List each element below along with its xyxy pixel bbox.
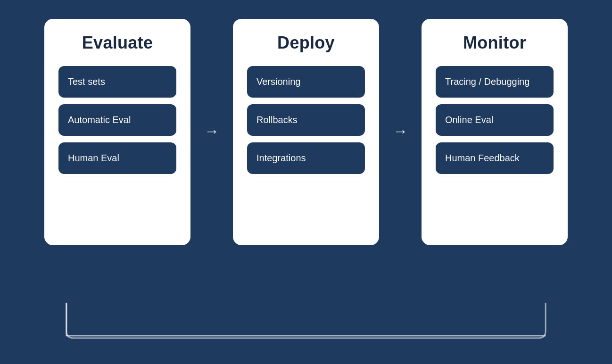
deploy-card: Deploy Versioning Rollbacks Integrations xyxy=(233,19,379,245)
arrow-2: → xyxy=(379,19,422,140)
evaluate-items: Test sets Automatic Eval Human Eval xyxy=(58,66,176,174)
evaluate-card: Evaluate Test sets Automatic Eval Human … xyxy=(44,19,190,245)
arrow-2-symbol: → xyxy=(393,123,408,140)
arrow-1-symbol: → xyxy=(204,123,219,140)
arrow-1: → xyxy=(190,19,233,140)
feedback-loop xyxy=(42,303,570,350)
deploy-items: Versioning Rollbacks Integrations xyxy=(247,66,365,174)
tracing-debugging-item[interactable]: Tracing / Debugging xyxy=(436,66,554,98)
test-sets-item[interactable]: Test sets xyxy=(58,66,176,98)
online-eval-item[interactable]: Online Eval xyxy=(436,104,554,136)
human-eval-item[interactable]: Human Eval xyxy=(58,142,176,174)
monitor-card: Monitor Tracing / Debugging Online Eval … xyxy=(422,19,568,245)
human-feedback-item[interactable]: Human Feedback xyxy=(436,142,554,174)
rollbacks-item[interactable]: Rollbacks xyxy=(247,104,365,136)
main-container: Evaluate Test sets Automatic Eval Human … xyxy=(0,0,612,364)
monitor-items: Tracing / Debugging Online Eval Human Fe… xyxy=(436,66,554,174)
integrations-item[interactable]: Integrations xyxy=(247,142,365,174)
deploy-title: Deploy xyxy=(277,33,335,53)
versioning-item[interactable]: Versioning xyxy=(247,66,365,98)
evaluate-title: Evaluate xyxy=(82,33,153,53)
monitor-title: Monitor xyxy=(463,33,526,53)
cards-row: Evaluate Test sets Automatic Eval Human … xyxy=(9,19,603,245)
automatic-eval-item[interactable]: Automatic Eval xyxy=(58,104,176,136)
